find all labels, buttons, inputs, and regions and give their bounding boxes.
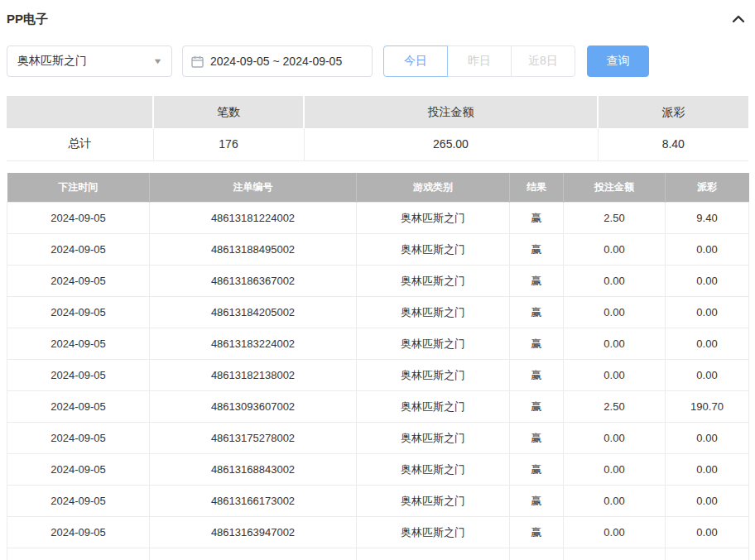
table-cell: 0.00 [666,266,749,297]
summary-total-payout: 8.40 [598,128,748,160]
table-cell: 2024-09-05 [7,297,150,328]
date-range-value: 2024-09-05 ~ 2024-09-05 [210,55,342,68]
table-row: 2024-09-0548613183224002奥林匹斯之门赢0.000.00 [7,328,749,360]
table-cell: 赢 [510,297,564,328]
today-button[interactable]: 今日 [383,45,448,77]
table-cell: 0.00 [666,360,749,391]
filter-row: 奥林匹斯之门 ▼ 2024-09-05 ~ 2024-09-05 今日 昨日 近… [7,45,748,78]
table-cell: 奥林匹斯之门 [357,486,510,517]
table-cell: 48613188495002 [150,234,357,266]
table-cell: 0.00 [666,454,749,486]
summary-total-bet-amount: 265.00 [304,128,598,160]
table-cell: 赢 [510,454,564,486]
summary-header-bet-amount: 投注金额 [304,96,598,128]
table-row: 2024-09-0548613166173002奥林匹斯之门赢0.000.00 [7,486,749,517]
table-cell: 赢 [510,234,564,266]
table-cell: 48613163947002 [150,517,357,548]
table-cell: 奥林匹斯之门 [357,454,510,486]
table-cell: 奥林匹斯之门 [357,360,510,391]
game-select-value: 奥林匹斯之门 [17,54,87,69]
table-cell: 0.00 [666,328,749,360]
yesterday-button[interactable]: 昨日 [447,45,512,77]
collapse-chevron-up-icon[interactable] [729,9,748,29]
query-button[interactable]: 查询 [587,45,649,77]
table-cell: 奥林匹斯之门 [357,328,510,360]
table-row: 2024-09-0548613175278002奥林匹斯之门赢0.000.00 [7,423,749,454]
detail-header-bet-time: 下注时间 [7,173,150,203]
table-cell: 赢 [510,203,564,234]
table-cell: 190.70 [666,391,749,423]
table-row: 2024-09-0548613184205002奥林匹斯之门赢0.000.00 [7,297,749,328]
detail-header-payout: 派彩 [666,173,749,203]
table-cell: 0.00 [564,234,666,266]
table-row: 2024-09-0548613186367002奥林匹斯之门赢0.000.00 [7,266,749,297]
table-row: 2024-09-0548613188495002奥林匹斯之门赢0.000.00 [7,234,749,266]
detail-table: 下注时间 注单编号 游戏类别 结果 投注金额 派彩 2024-09-054861… [7,173,749,560]
table-cell: 0.00 [564,454,666,486]
table-cell: 0.00 [564,328,666,360]
table-cell: 奥林匹斯之门 [357,234,510,266]
summary-header-row: 笔数 投注金额 派彩 [7,96,748,128]
last-8-days-button[interactable]: 近8日 [511,45,575,77]
table-cell: 0.00 [564,360,666,391]
summary-total-row: 总计 176 265.00 8.40 [7,128,748,160]
table-row: 2024-09-0548613181224002奥林匹斯之门赢2.509.40 [7,203,749,234]
table-cell: 赢 [510,391,564,423]
table-cell: 0.00 [666,297,749,328]
table-cell: 48613181224002 [150,203,357,234]
table-cell: 赢 [510,360,564,391]
table-cell: 0.00 [564,423,666,454]
table-cell: 2024-09-05 [7,266,150,297]
table-row: 2024-09-0548613163947002奥林匹斯之门赢0.000.00 [7,517,749,548]
table-row: 2024-09-0548613168843002奥林匹斯之门赢0.000.00 [7,454,749,486]
table-cell: 48613168843002 [150,454,357,486]
table-cell: 2024-09-05 [7,486,150,517]
date-range-picker[interactable]: 2024-09-05 ~ 2024-09-05 [182,45,373,77]
table-cell: 9.40 [666,203,749,234]
table-row: 2024-09-0548613093607002奥林匹斯之门赢2.50190.7… [7,391,749,423]
calendar-icon [191,55,204,68]
table-cell: 奥林匹斯之门 [357,423,510,454]
table-cell: 2024-09-05 [7,203,150,234]
chevron-down-icon: ▼ [152,57,162,65]
table-cell: 0.00 [564,266,666,297]
table-cell: 48613182138002 [150,360,357,391]
table-cell [510,548,564,560]
page: PP电子 奥林匹斯之门 ▼ 2024-09-05 ~ 2024-09-05 今日… [0,0,755,560]
table-cell: 奥林匹斯之门 [357,297,510,328]
table-cell: 0.00 [666,234,749,266]
table-cell: 2024-09-05 [7,391,150,423]
table-cell [150,548,357,560]
table-cell: 奥林匹斯之门 [357,517,510,548]
summary-table: 笔数 投注金额 派彩 总计 176 265.00 8.40 [7,96,748,161]
table-cell [564,548,666,560]
table-cell: 2024-09-05 [7,454,150,486]
table-row-partial [7,548,749,560]
table-cell: 0.00 [564,486,666,517]
page-title: PP电子 [7,12,48,27]
table-cell: 奥林匹斯之门 [357,391,510,423]
table-cell [357,548,510,560]
table-cell: 2024-09-05 [7,360,150,391]
table-cell: 2.50 [564,391,666,423]
table-cell: 48613093607002 [150,391,357,423]
table-cell [666,548,749,560]
table-cell: 0.00 [564,297,666,328]
table-cell: 48613183224002 [150,328,357,360]
table-cell: 0.00 [666,423,749,454]
table-cell: 0.00 [666,486,749,517]
detail-header-game-category: 游戏类别 [357,173,510,203]
detail-header-result: 结果 [510,173,564,203]
table-cell: 赢 [510,328,564,360]
game-select[interactable]: 奥林匹斯之门 ▼ [7,45,172,77]
table-cell: 2024-09-05 [7,234,150,266]
summary-total-label: 总计 [7,128,153,160]
table-cell [7,548,150,560]
table-cell: 2024-09-05 [7,328,150,360]
detail-header-bet-amount: 投注金额 [564,173,666,203]
summary-header-blank [7,96,153,128]
quick-range-button-group: 今日 昨日 近8日 [383,45,575,77]
detail-table-body: 2024-09-0548613181224002奥林匹斯之门赢2.509.402… [7,203,749,560]
table-cell: 赢 [510,486,564,517]
detail-header-row: 下注时间 注单编号 游戏类别 结果 投注金额 派彩 [7,173,749,203]
